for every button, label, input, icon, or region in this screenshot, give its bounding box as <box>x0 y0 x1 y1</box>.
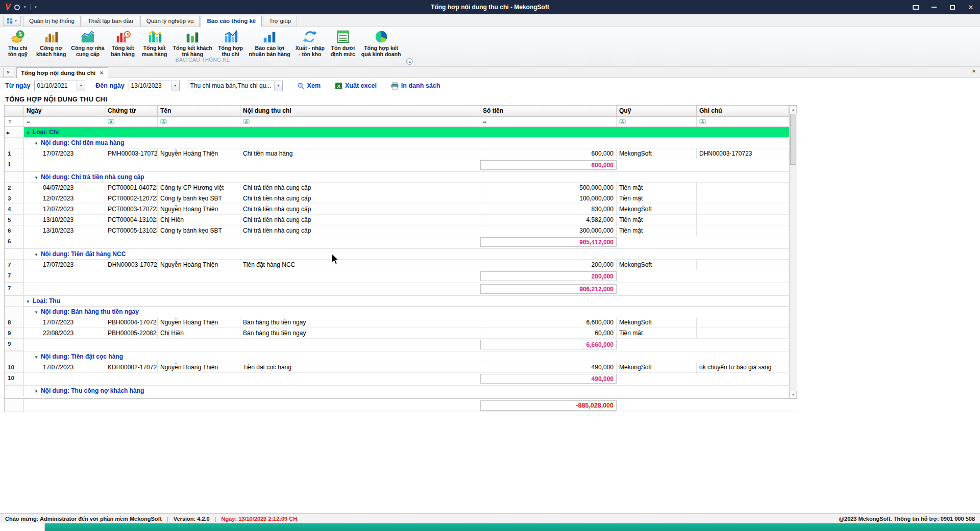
maximize-button[interactable] <box>943 0 962 14</box>
cell-content[interactable]: Bán hàng thu tiền ngay <box>240 317 480 328</box>
cell-note[interactable]: DHN00003-170723 <box>697 148 789 159</box>
cell-amount[interactable]: 300,000,000 <box>480 225 617 236</box>
ribbon-item-returns-summary[interactable]: Tổng kết khách trả hàng <box>170 28 215 57</box>
grid-data-row[interactable]: 922/08/2023PBH00005-220823Chị HiềnBán hà… <box>5 328 789 339</box>
close-tab-button-left[interactable]: ✕ <box>3 68 13 77</box>
scrollbar-thumb[interactable] <box>790 114 796 165</box>
from-date-input[interactable]: 01/10/2021 ▼ <box>34 81 85 91</box>
cell-fund[interactable]: Tiền mặt <box>617 328 697 339</box>
column-header-2[interactable]: Chứng từ <box>105 106 158 117</box>
filter-cell-2[interactable]: A <box>105 117 158 127</box>
cell-fund[interactable]: MekongSoft <box>617 204 697 215</box>
cell-date[interactable]: 22/08/2023 <box>40 328 105 339</box>
cell-content[interactable]: Chi trả tiền nhà cung cấp <box>240 183 480 193</box>
collapse-group-icon[interactable]: ▼ <box>34 355 38 360</box>
chevron-down-icon[interactable]: ▼ <box>77 81 85 91</box>
filter-cell-6[interactable]: A <box>617 117 697 127</box>
cell-date[interactable]: 17/07/2023 <box>40 148 105 159</box>
cell-name[interactable]: Chị Hiền <box>158 328 240 339</box>
cell-name[interactable]: Nguyễn Hoàng Thiện <box>158 148 240 159</box>
cell-name[interactable]: Công ty bánh kẹo SBT <box>158 225 240 236</box>
column-header-5[interactable]: Số tiền <box>480 106 617 117</box>
cell-amount[interactable]: 200,000 <box>480 260 617 270</box>
minimize-button[interactable] <box>925 0 943 14</box>
column-header-3[interactable]: Tên <box>158 106 240 117</box>
grid-data-row[interactable]: 312/07/2023PCT00002-120723Công ty bánh k… <box>5 193 789 204</box>
tab-close-icon[interactable]: ✕ <box>100 70 104 75</box>
group-row-level2[interactable]: ▼Nội dung: Tiền đặt cọc hàng <box>5 351 789 362</box>
group-label[interactable]: ▼Loại: Chi <box>24 127 789 138</box>
cell-amount[interactable]: 4,582,000 <box>480 215 617 225</box>
cell-note[interactable] <box>697 183 789 193</box>
cell-amount[interactable]: 490,000 <box>480 362 617 373</box>
cell-document[interactable]: PCT00004-131023 <box>105 215 158 225</box>
filter-cell-3[interactable]: A <box>158 117 240 127</box>
cell-document[interactable]: KDH00002-170723 <box>105 362 158 373</box>
cell-note[interactable] <box>697 215 789 225</box>
grid-data-row[interactable]: 717/07/2023DHN00003-170723Nguyễn Hoàng T… <box>5 260 789 270</box>
fullscreen-button[interactable] <box>906 0 925 14</box>
cell-document[interactable]: PBH00004-170723 <box>105 317 158 328</box>
group-label[interactable]: ▼Loại: Thu <box>24 296 789 307</box>
cell-amount[interactable]: 60,000 <box>480 328 617 339</box>
ribbon-item-business-result-pie[interactable]: Tổng hợp kết quả kinh doanh <box>359 28 404 57</box>
column-header-1[interactable]: Ngày <box>24 106 105 117</box>
cell-name[interactable]: Chị Hiền <box>158 215 240 225</box>
ribbon-item-customer-debt[interactable]: Công nợ khách hàng <box>34 28 68 57</box>
cell-amount[interactable]: 100,000,000 <box>480 193 617 204</box>
cell-amount[interactable]: 600,000 <box>480 148 617 159</box>
cell-document[interactable]: PCT00005-131023 <box>105 225 158 236</box>
group-label[interactable]: ▼Nội dung: Chi tiền mua hàng <box>32 138 789 148</box>
scroll-up-button[interactable]: ▲ <box>790 106 797 113</box>
grid-data-row[interactable]: 204/07/2023PCT00001-040723Công ty CP Hươ… <box>5 183 789 193</box>
cell-note[interactable] <box>697 317 789 328</box>
collapse-group-icon[interactable]: ▼ <box>26 299 30 304</box>
group-label[interactable]: ▼Nội dung: Tiền đặt hàng NCC <box>32 249 789 260</box>
collapse-group-icon[interactable]: ▼ <box>34 389 38 394</box>
menu-tab-3[interactable]: Báo cáo thống kê <box>201 16 262 27</box>
category-filter-select[interactable]: Thu chi mua bán,Thu chi qu... ▼ <box>188 81 283 91</box>
cell-content[interactable]: Chi trả tiền nhà cung cấp <box>240 193 480 204</box>
cell-fund[interactable]: MekongSoft <box>617 362 697 373</box>
ribbon-item-profit-report[interactable]: Báo cáo lợi nhuận bán hàng <box>247 28 293 57</box>
group-row-level2[interactable]: ▼Nội dung: Chi tiền mua hàng <box>5 138 789 148</box>
collapse-ribbon-button[interactable]: ▴ <box>406 58 413 65</box>
cell-name[interactable]: Nguyễn Hoàng Thiện <box>158 317 240 328</box>
cell-fund[interactable]: Tiền mặt <box>617 183 697 193</box>
group-row-level1[interactable]: ▶▼Loại: Chi <box>5 127 789 138</box>
menu-tab-1[interactable]: Thiết lập ban đầu <box>82 16 139 27</box>
collapse-group-icon[interactable]: ▼ <box>34 175 38 180</box>
group-label[interactable]: ▼Nội dung: Thu công nợ khách hàng <box>32 386 789 396</box>
cell-content[interactable]: Chi tiền mua hàng <box>240 148 480 159</box>
cell-fund[interactable]: Tiền mặt <box>617 215 697 225</box>
cell-date[interactable]: 17/07/2023 <box>40 317 105 328</box>
close-tab-button-right[interactable]: ✕ <box>970 68 978 74</box>
cell-note[interactable] <box>697 204 789 215</box>
cell-name[interactable]: Nguyễn Hoàng Thiện <box>158 362 240 373</box>
group-label[interactable]: ▼Nội dung: Chi trả tiền nhà cung cấp <box>32 172 789 183</box>
grid-data-row[interactable]: 117/07/2023PMH00003-170723Nguyễn Hoàng T… <box>5 148 789 159</box>
toolbar-options-icon[interactable]: ▼ <box>34 6 37 9</box>
cell-document[interactable]: PMH00003-170723 <box>105 148 158 159</box>
cell-name[interactable]: Công ty CP Hương việt <box>158 183 240 193</box>
cell-date[interactable]: 12/07/2023 <box>40 193 105 204</box>
group-row-level2[interactable]: ▼Nội dung: Chi trả tiền nhà cung cấp <box>5 172 789 183</box>
collapse-group-icon[interactable]: ▼ <box>34 141 38 146</box>
filter-cell-5[interactable]: = <box>480 117 617 127</box>
filter-row-indicator[interactable] <box>5 117 24 127</box>
cell-fund[interactable]: Tiền mặt <box>617 193 697 204</box>
menu-tab-4[interactable]: Trợ giúp <box>263 16 297 27</box>
grid-data-row[interactable]: 613/10/2023PCT00005-131023Công ty bánh k… <box>5 225 789 236</box>
ribbon-item-supplier-debt[interactable]: Công nợ nhà cung cấp <box>68 28 107 57</box>
cell-content[interactable]: Bán hàng thu tiền ngay <box>240 328 480 339</box>
cell-document[interactable]: PCT00001-040723 <box>105 183 158 193</box>
cell-fund[interactable]: MekongSoft <box>617 260 697 270</box>
column-header-6[interactable]: Quỹ <box>617 106 697 117</box>
cell-name[interactable]: Công ty bánh kẹo SBT <box>158 193 240 204</box>
scroll-down-button[interactable]: ▼ <box>790 391 797 398</box>
ribbon-item-sales-summary[interactable]: Tổng kết bán hàng <box>107 28 139 57</box>
document-tab[interactable]: Tổng hợp nội dung thu chi ✕ <box>16 67 108 78</box>
group-row-level2[interactable]: ▼Nội dung: Thu công nợ khách hàng <box>5 386 789 396</box>
export-excel-button[interactable]: X Xuất excel <box>330 82 382 90</box>
filter-cell-7[interactable]: A <box>697 117 789 127</box>
